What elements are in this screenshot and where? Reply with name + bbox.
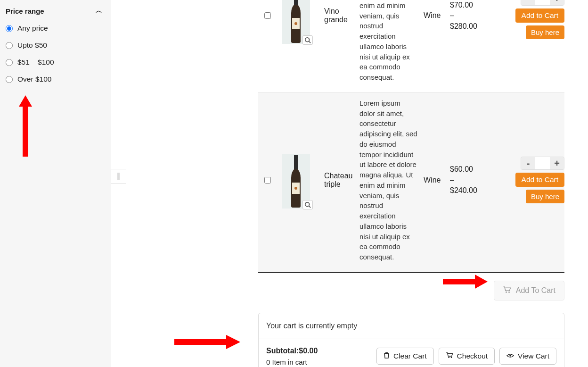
price-option-over100[interactable]: Over $100 [6,71,102,88]
product-category: Wine [421,176,450,184]
svg-marker-1 [174,335,240,349]
add-to-cart-button[interactable]: Add to Cart [515,173,564,187]
svg-point-16 [508,292,510,293]
svg-point-6 [294,22,297,25]
filter-header[interactable]: Price range ︿ [6,5,102,20]
bulk-add-to-cart-button[interactable]: Add To Cart [494,281,564,300]
clear-cart-button[interactable]: Clear Cart [376,348,434,365]
svg-point-12 [294,187,297,190]
product-description: Lorem ipsum dolor sit amet, consectetur … [355,98,421,262]
price-option-label: $51 – $100 [17,58,54,67]
svg-rect-4 [294,0,298,5]
view-cart-button[interactable]: View Cart [499,348,556,365]
checkout-button[interactable]: Checkout [439,348,495,365]
svg-point-15 [506,292,507,293]
radio-any[interactable] [6,25,13,32]
price-option-any[interactable]: Any price [6,20,102,37]
svg-line-8 [309,42,311,43]
magnify-icon[interactable] [302,35,313,45]
svg-rect-10 [294,155,298,169]
cart-item-count: 0 Item in cart [266,358,318,366]
svg-point-7 [305,38,310,42]
product-row: Chateau triple Lorem ipsum dolor sit ame… [258,92,564,272]
product-category: Wine [421,11,450,20]
svg-point-18 [450,357,452,359]
cart-icon [503,286,511,295]
chevron-up-icon: ︿ [96,7,102,15]
quantity-stepper[interactable]: - + [521,157,564,170]
row-checkbox[interactable] [264,177,271,184]
qty-plus-button[interactable]: + [550,157,564,169]
qty-plus-button[interactable]: + [550,0,564,5]
product-image[interactable] [282,0,310,44]
svg-point-13 [305,202,310,207]
svg-line-14 [309,206,311,208]
svg-point-17 [448,357,449,359]
product-name[interactable]: Chateau triple [315,172,355,189]
cart-empty-text: Your cart is currently empty [259,313,564,339]
product-description: adipiscing elit, sed do eiusmod tempor i… [355,0,421,83]
filter-title: Price range [6,7,44,15]
radio-51-100[interactable] [6,59,13,66]
magnify-icon[interactable] [302,200,313,209]
sidebar-collapse-handle[interactable] [111,169,126,184]
add-to-cart-button[interactable]: Add to Cart [515,8,564,23]
qty-value[interactable] [535,157,550,169]
qty-minus-button[interactable]: - [521,0,535,5]
product-price: $70.00 – $280.00 [450,0,487,32]
product-panel: Vino grande adipiscing elit, sed do eius… [258,0,564,367]
svg-point-19 [509,355,511,357]
row-checkbox[interactable] [264,12,271,19]
quantity-stepper[interactable]: - + [521,0,564,6]
eye-icon [506,352,514,360]
trash-icon [384,352,390,360]
annotation-arrow-right-icon [174,335,240,349]
filter-sidebar: Price range ︿ Any price Upto $50 $51 – $… [0,0,111,367]
product-name[interactable]: Vino grande [315,7,355,24]
price-option-51-100[interactable]: $51 – $100 [6,54,102,71]
mini-cart: Your cart is currently empty Subtotal:$0… [258,313,564,367]
buy-here-button[interactable]: Buy here [526,25,564,39]
radio-upto50[interactable] [6,42,13,49]
price-option-upto50[interactable]: Upto $50 [6,37,102,54]
cart-subtotal: Subtotal:$0.00 [266,347,318,355]
qty-value[interactable] [535,0,550,5]
buy-here-button[interactable]: Buy here [526,190,564,203]
price-option-label: Upto $50 [17,41,47,50]
cart-icon [446,352,453,360]
bulk-add-label: Add To Cart [516,286,555,295]
radio-over100[interactable] [6,76,13,83]
price-option-label: Over $100 [17,75,51,83]
product-image[interactable] [282,152,310,209]
product-price: $60.00 – $240.00 [450,164,487,196]
price-option-label: Any price [17,24,48,33]
product-row: Vino grande adipiscing elit, sed do eius… [258,0,564,92]
qty-minus-button[interactable]: - [521,157,535,169]
